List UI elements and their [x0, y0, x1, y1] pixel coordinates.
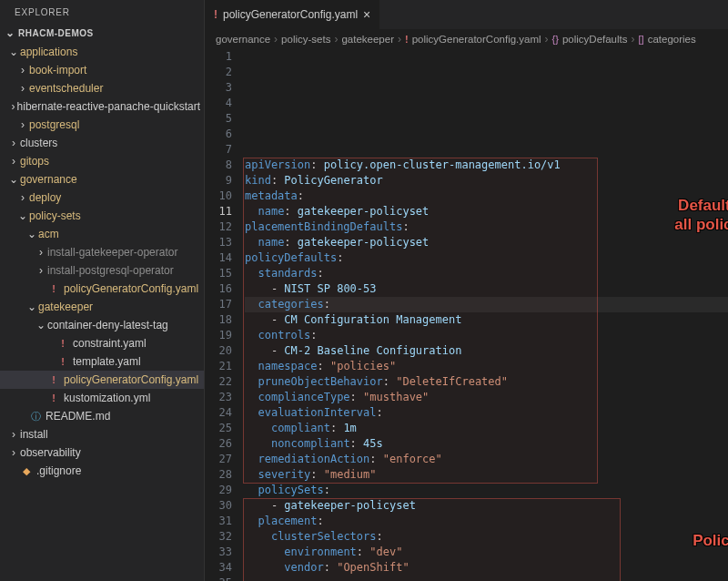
chevron-right-icon: ›: [7, 428, 20, 441]
chevron-right-icon: ›: [16, 118, 29, 131]
code-editor[interactable]: 1234567891011121314151617181920212223242…: [205, 49, 728, 581]
folder-item[interactable]: ›book-import: [0, 61, 204, 79]
tree-item-label: clusters: [20, 137, 57, 149]
file-item[interactable]: ◆.gitignore: [0, 462, 204, 480]
breadcrumb-item[interactable]: governance: [216, 34, 270, 45]
tab-policygeneratorconfig[interactable]: ! policyGeneratorConfig.yaml ×: [205, 0, 380, 29]
tree-item-label: book-import: [29, 64, 86, 76]
object-icon: {}: [552, 34, 559, 45]
tree-item-label: observability: [20, 446, 81, 459]
chevron-right-icon: ›: [274, 33, 278, 46]
folder-item[interactable]: ›install-gatekeeper-operator: [0, 243, 204, 261]
explorer-title: EXPLORER: [0, 0, 204, 25]
folder-item[interactable]: ⌄gatekeeper: [0, 298, 204, 316]
file-item[interactable]: !template.yaml: [0, 352, 204, 371]
tree-item-label: install: [20, 428, 48, 441]
folder-item[interactable]: ⌄policy-sets: [0, 207, 204, 225]
breadcrumb-item[interactable]: categories: [648, 34, 696, 45]
folder-item[interactable]: ⌄applications: [0, 43, 204, 61]
chevron-right-icon: ›: [545, 33, 549, 46]
line-gutter: 1234567891011121314151617181920212223242…: [205, 49, 245, 581]
folder-item[interactable]: ⌄governance: [0, 170, 204, 189]
tree-item-label: gitops: [20, 155, 49, 168]
folder-item[interactable]: ›hibernate-reactive-panache-quickstart: [0, 97, 204, 116]
chevron-down-icon: ⌄: [4, 26, 16, 39]
breadcrumb[interactable]: governance›policy-sets›gatekeeper› ! pol…: [205, 29, 728, 49]
breadcrumb-item[interactable]: policy-sets: [281, 34, 330, 45]
tree-item-label: README.md: [46, 410, 110, 423]
tree-item-label: container-deny-latest-tag: [47, 319, 168, 331]
breadcrumb-item[interactable]: gatekeeper: [341, 34, 394, 45]
chevron-right-icon: ›: [7, 137, 20, 149]
yaml-file-icon: !: [405, 34, 409, 45]
yaml-file-icon: !: [47, 392, 60, 404]
tree-item-label: kustomization.yml: [64, 392, 150, 404]
file-item[interactable]: !kustomization.yml: [0, 389, 204, 407]
tree-item-label: acm: [38, 228, 59, 240]
tree-item-label: deploy: [29, 191, 61, 204]
tree-item-label: install-gatekeeper-operator: [47, 246, 177, 259]
chevron-down-icon: ⌄: [7, 46, 20, 58]
chevron-down-icon: ⌄: [25, 228, 38, 240]
tree-item-label: template.yaml: [73, 355, 141, 368]
chevron-right-icon: ›: [7, 155, 20, 168]
tree-item-label: policyGeneratorConfig.yaml: [64, 373, 198, 386]
chevron-down-icon: ⌄: [35, 319, 47, 331]
yaml-file-icon: !: [214, 8, 217, 21]
chevron-right-icon: ›: [398, 33, 401, 46]
breadcrumb-item[interactable]: policyDefaults: [562, 34, 628, 45]
tree-item-label: install-postgresql-operator: [47, 264, 174, 277]
tree-item-label: .gitignore: [36, 464, 81, 477]
breadcrumb-item[interactable]: policyGeneratorConfig.yaml: [412, 34, 541, 45]
file-item[interactable]: !constraint.yaml: [0, 334, 204, 352]
editor-area: ! policyGeneratorConfig.yaml × governanc…: [205, 0, 728, 581]
chevron-down-icon: ⌄: [16, 209, 29, 222]
tab-bar: ! policyGeneratorConfig.yaml ×: [205, 0, 728, 29]
chevron-right-icon: ›: [632, 33, 635, 46]
folder-item[interactable]: ⌄container-deny-latest-tag: [0, 316, 204, 334]
chevron-right-icon: ›: [16, 82, 29, 95]
info-icon: ⓘ: [29, 410, 42, 423]
tree-item-label: postgresql: [29, 118, 79, 131]
tree-item-label: eventscheduler: [29, 82, 103, 95]
chevron-right-icon: ›: [35, 264, 47, 277]
chevron-down-icon: ⌄: [7, 173, 20, 186]
chevron-right-icon: ›: [334, 33, 338, 46]
file-item[interactable]: !policyGeneratorConfig.yaml: [0, 371, 204, 389]
close-icon[interactable]: ×: [363, 7, 370, 22]
folder-item[interactable]: ›deploy: [0, 189, 204, 207]
chevron-down-icon: ⌄: [25, 301, 38, 313]
yaml-file-icon: !: [47, 373, 60, 386]
repo-name: RHACM-DEMOS: [18, 28, 94, 38]
tree-item-label: policy-sets: [29, 209, 81, 222]
folder-item[interactable]: ⌄acm: [0, 225, 204, 243]
file-item[interactable]: !policyGeneratorConfig.yaml: [0, 280, 204, 298]
tree-item-label: gatekeeper: [38, 301, 93, 313]
folder-item[interactable]: ›install: [0, 425, 204, 443]
explorer-sidebar: EXPLORER ⌄ RHACM-DEMOS ⌄applications›boo…: [0, 0, 205, 581]
folder-item[interactable]: ›clusters: [0, 134, 204, 152]
folder-item[interactable]: ›install-postgresql-operator: [0, 261, 204, 280]
folder-item[interactable]: ›observability: [0, 443, 204, 462]
tree-item-label: hibernate-reactive-panache-quickstart: [17, 100, 200, 113]
tree-item-label: governance: [20, 173, 77, 186]
chevron-right-icon: ›: [35, 246, 47, 259]
code-content[interactable]: Default settings forall policy resources…: [245, 49, 728, 581]
chevron-right-icon: ›: [9, 100, 16, 113]
folder-item[interactable]: ›gitops: [0, 152, 204, 170]
folder-item[interactable]: ›eventscheduler: [0, 79, 204, 97]
file-item[interactable]: ⓘREADME.md: [0, 407, 204, 425]
tree-item-label: policyGeneratorConfig.yaml: [64, 282, 198, 295]
tree-item-label: constraint.yaml: [73, 337, 147, 350]
folder-item[interactable]: ›postgresql: [0, 116, 204, 134]
array-icon: []: [639, 34, 644, 45]
yaml-file-icon: !: [56, 337, 69, 350]
yaml-file-icon: !: [56, 355, 69, 368]
tree-item-label: applications: [20, 46, 77, 58]
chevron-right-icon: ›: [7, 446, 20, 459]
chevron-right-icon: ›: [16, 191, 29, 204]
repo-header[interactable]: ⌄ RHACM-DEMOS: [0, 25, 204, 41]
yaml-file-icon: !: [47, 282, 60, 295]
tab-label: policyGeneratorConfig.yaml: [223, 8, 358, 21]
file-tree: ⌄applications›book-import›eventscheduler…: [0, 41, 204, 581]
